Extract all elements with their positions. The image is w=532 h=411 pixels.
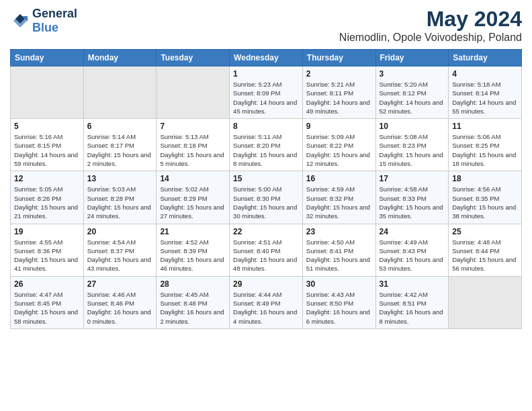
calendar-cell: 2Sunrise: 5:21 AMSunset: 8:11 PMDaylight… [302, 66, 375, 119]
day-info: Sunrise: 5:23 AMSunset: 8:09 PMDaylight:… [233, 80, 299, 116]
page: General Blue May 2024 Niemodlin, Opole V… [0, 0, 532, 411]
day-info: Sunrise: 4:54 AMSunset: 8:37 PMDaylight:… [87, 238, 153, 273]
col-header-saturday: Saturday [449, 50, 522, 66]
day-number: 13 [87, 174, 153, 183]
day-number: 27 [87, 279, 153, 289]
calendar-cell: 6Sunrise: 5:14 AMSunset: 8:17 PMDaylight… [83, 119, 157, 171]
calendar-cell: 25Sunrise: 4:48 AMSunset: 8:44 PMDayligh… [449, 224, 522, 276]
day-number: 28 [160, 279, 226, 289]
day-number: 25 [452, 227, 518, 236]
day-number: 5 [14, 122, 80, 131]
calendar-cell: 18Sunrise: 4:56 AMSunset: 8:35 PMDayligh… [449, 171, 522, 224]
calendar-cell: 9Sunrise: 5:09 AMSunset: 8:22 PMDaylight… [302, 119, 375, 171]
calendar-cell: 5Sunrise: 5:16 AMSunset: 8:15 PMDaylight… [11, 119, 84, 171]
day-info: Sunrise: 4:52 AMSunset: 8:39 PMDaylight:… [160, 238, 226, 273]
calendar-header-row: SundayMondayTuesdayWednesdayThursdayFrid… [11, 50, 522, 66]
day-number: 9 [306, 122, 372, 131]
calendar-cell: 1Sunrise: 5:23 AMSunset: 8:09 PMDaylight… [230, 66, 303, 119]
day-number: 16 [306, 174, 372, 183]
day-info: Sunrise: 4:55 AMSunset: 8:36 PMDaylight:… [14, 238, 80, 273]
col-header-tuesday: Tuesday [157, 50, 230, 66]
day-info: Sunrise: 4:49 AMSunset: 8:43 PMDaylight:… [380, 238, 445, 273]
day-info: Sunrise: 4:58 AMSunset: 8:33 PMDaylight:… [380, 185, 445, 220]
day-info: Sunrise: 4:56 AMSunset: 8:35 PMDaylight:… [452, 185, 518, 220]
logo: General Blue [10, 7, 77, 35]
calendar-cell: 24Sunrise: 4:49 AMSunset: 8:43 PMDayligh… [375, 224, 449, 276]
day-number: 3 [380, 69, 445, 79]
col-header-friday: Friday [375, 50, 449, 66]
col-header-monday: Monday [83, 50, 157, 66]
day-info: Sunrise: 5:11 AMSunset: 8:20 PMDaylight:… [233, 132, 299, 168]
day-number: 8 [233, 122, 299, 131]
day-info: Sunrise: 5:03 AMSunset: 8:28 PMDaylight:… [87, 185, 153, 220]
day-info: Sunrise: 4:44 AMSunset: 8:49 PMDaylight:… [233, 290, 299, 326]
calendar-cell: 30Sunrise: 4:43 AMSunset: 8:50 PMDayligh… [302, 276, 375, 328]
day-info: Sunrise: 4:50 AMSunset: 8:41 PMDaylight:… [306, 238, 372, 273]
calendar-cell: 17Sunrise: 4:58 AMSunset: 8:33 PMDayligh… [375, 171, 449, 224]
calendar-cell: 28Sunrise: 4:45 AMSunset: 8:48 PMDayligh… [157, 276, 230, 328]
day-number: 26 [14, 279, 80, 289]
day-info: Sunrise: 5:09 AMSunset: 8:22 PMDaylight:… [306, 132, 372, 168]
day-info: Sunrise: 5:13 AMSunset: 8:18 PMDaylight:… [160, 132, 226, 168]
calendar-cell: 3Sunrise: 5:20 AMSunset: 8:12 PMDaylight… [375, 66, 449, 119]
calendar-cell: 29Sunrise: 4:44 AMSunset: 8:49 PMDayligh… [230, 276, 303, 328]
calendar-week-row: 19Sunrise: 4:55 AMSunset: 8:36 PMDayligh… [11, 224, 522, 276]
day-info: Sunrise: 4:48 AMSunset: 8:44 PMDaylight:… [452, 238, 518, 273]
calendar-cell: 31Sunrise: 4:42 AMSunset: 8:51 PMDayligh… [375, 276, 449, 328]
col-header-sunday: Sunday [11, 50, 84, 66]
logo-icon [10, 11, 30, 31]
calendar-cell: 26Sunrise: 4:47 AMSunset: 8:45 PMDayligh… [11, 276, 84, 328]
day-info: Sunrise: 5:18 AMSunset: 8:14 PMDaylight:… [452, 80, 518, 116]
logo-text: General Blue [32, 7, 77, 35]
day-number: 29 [233, 279, 299, 289]
day-number: 17 [380, 174, 445, 183]
day-number: 2 [306, 69, 372, 79]
day-info: Sunrise: 4:45 AMSunset: 8:48 PMDaylight:… [160, 290, 226, 326]
calendar-cell [83, 66, 157, 119]
calendar-cell: 10Sunrise: 5:08 AMSunset: 8:23 PMDayligh… [375, 119, 449, 171]
day-number: 19 [14, 227, 80, 236]
calendar-cell: 12Sunrise: 5:05 AMSunset: 8:26 PMDayligh… [11, 171, 84, 224]
day-number: 31 [380, 279, 445, 289]
day-info: Sunrise: 5:02 AMSunset: 8:29 PMDaylight:… [160, 185, 226, 220]
day-info: Sunrise: 5:21 AMSunset: 8:11 PMDaylight:… [306, 80, 372, 116]
col-header-wednesday: Wednesday [230, 50, 303, 66]
day-number: 4 [452, 69, 518, 79]
day-info: Sunrise: 5:00 AMSunset: 8:30 PMDaylight:… [233, 185, 299, 220]
calendar-cell [157, 66, 230, 119]
calendar-cell: 27Sunrise: 4:46 AMSunset: 8:46 PMDayligh… [83, 276, 157, 328]
day-info: Sunrise: 5:05 AMSunset: 8:26 PMDaylight:… [14, 185, 80, 220]
day-number: 22 [233, 227, 299, 236]
day-number: 23 [306, 227, 372, 236]
calendar-cell [11, 66, 84, 119]
calendar-week-row: 5Sunrise: 5:16 AMSunset: 8:15 PMDaylight… [11, 119, 522, 171]
calendar-cell: 23Sunrise: 4:50 AMSunset: 8:41 PMDayligh… [302, 224, 375, 276]
day-number: 1 [233, 69, 299, 79]
title-section: May 2024 Niemodlin, Opole Voivodeship, P… [339, 7, 522, 44]
calendar-cell: 21Sunrise: 4:52 AMSunset: 8:39 PMDayligh… [157, 224, 230, 276]
day-number: 7 [160, 122, 226, 131]
header: General Blue May 2024 Niemodlin, Opole V… [10, 7, 522, 44]
calendar-week-row: 1Sunrise: 5:23 AMSunset: 8:09 PMDaylight… [11, 66, 522, 119]
subtitle: Niemodlin, Opole Voivodeship, Poland [339, 32, 522, 44]
col-header-thursday: Thursday [302, 50, 375, 66]
day-number: 6 [87, 122, 153, 131]
day-number: 18 [452, 174, 518, 183]
calendar-cell: 11Sunrise: 5:06 AMSunset: 8:25 PMDayligh… [449, 119, 522, 171]
day-number: 20 [87, 227, 153, 236]
day-info: Sunrise: 4:51 AMSunset: 8:40 PMDaylight:… [233, 238, 299, 273]
calendar-cell: 4Sunrise: 5:18 AMSunset: 8:14 PMDaylight… [449, 66, 522, 119]
calendar-cell: 22Sunrise: 4:51 AMSunset: 8:40 PMDayligh… [230, 224, 303, 276]
day-info: Sunrise: 5:08 AMSunset: 8:23 PMDaylight:… [380, 132, 445, 168]
calendar-cell: 7Sunrise: 5:13 AMSunset: 8:18 PMDaylight… [157, 119, 230, 171]
day-info: Sunrise: 5:14 AMSunset: 8:17 PMDaylight:… [87, 132, 153, 168]
calendar-week-row: 12Sunrise: 5:05 AMSunset: 8:26 PMDayligh… [11, 171, 522, 224]
calendar-cell: 20Sunrise: 4:54 AMSunset: 8:37 PMDayligh… [83, 224, 157, 276]
calendar-cell: 16Sunrise: 4:59 AMSunset: 8:32 PMDayligh… [302, 171, 375, 224]
calendar-cell: 15Sunrise: 5:00 AMSunset: 8:30 PMDayligh… [230, 171, 303, 224]
day-info: Sunrise: 5:06 AMSunset: 8:25 PMDaylight:… [452, 132, 518, 168]
day-info: Sunrise: 4:43 AMSunset: 8:50 PMDaylight:… [306, 290, 372, 326]
calendar-cell: 13Sunrise: 5:03 AMSunset: 8:28 PMDayligh… [83, 171, 157, 224]
day-number: 12 [14, 174, 80, 183]
calendar-week-row: 26Sunrise: 4:47 AMSunset: 8:45 PMDayligh… [11, 276, 522, 328]
